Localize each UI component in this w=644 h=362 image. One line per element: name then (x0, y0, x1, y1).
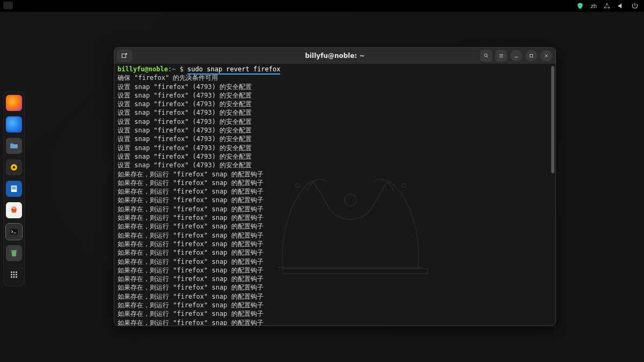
svg-point-4 (13, 166, 16, 169)
svg-point-13 (11, 274, 12, 276)
network-icon[interactable] (603, 2, 611, 10)
svg-point-14 (13, 274, 15, 276)
input-language-indicator[interactable]: zh (590, 3, 597, 9)
terminal-line: 设置 snap "firefox" (4793) 的安全配置 (118, 108, 552, 117)
terminal-line: 如果存在，则运行 "firefox" snap 的配置钩子 (118, 231, 552, 240)
shield-icon[interactable] (576, 2, 584, 10)
dock-rhythmbox[interactable] (6, 159, 22, 175)
dock-software-center[interactable] (6, 202, 22, 218)
terminal-line: 如果存在，则运行 "firefox" snap 的配置钩子 (118, 275, 552, 283)
dock-trash[interactable] (6, 245, 22, 261)
terminal-line: 如果存在，则运行 "firefox" snap 的配置钩子 (118, 213, 552, 222)
terminal-line: 确保 "firefox" 的先决条件可用 (118, 73, 552, 82)
terminal-line: 如果存在，则运行 "firefox" snap 的配置钩子 (118, 196, 552, 204)
terminal-line: 如果存在，则运行 "firefox" snap 的配置钩子 (118, 170, 552, 179)
terminal-line: 如果存在，则运行 "firefox" snap 的配置钩子 (118, 222, 552, 231)
terminal-line: 设置 snap "firefox" (4793) 的安全配置 (118, 100, 552, 108)
volume-icon[interactable] (617, 2, 625, 10)
terminal-line: 设置 snap "firefox" (4793) 的安全配置 (118, 83, 552, 91)
terminal-line: 如果存在，则运行 "firefox" snap 的配置钩子 (118, 283, 552, 292)
svg-point-15 (16, 274, 17, 276)
top-panel: zh (0, 0, 644, 12)
svg-rect-6 (12, 187, 16, 188)
terminal-line: 设置 snap "firefox" (4793) 的安全配置 (118, 117, 552, 126)
prompt-userhost: billyfu@noble (118, 65, 168, 73)
svg-point-20 (485, 54, 487, 57)
terminal-line: 设置 snap "firefox" (4793) 的安全配置 (118, 161, 552, 169)
terminal-line: 如果存在，则运行 "firefox" snap 的配置钩子 (118, 240, 552, 248)
search-button[interactable] (480, 50, 492, 62)
svg-rect-21 (530, 55, 533, 57)
dock-show-apps[interactable] (6, 267, 22, 283)
terminal-line: 设置 snap "firefox" (4793) 的安全配置 (118, 126, 552, 135)
svg-point-12 (16, 271, 17, 273)
terminal-line: 如果存在，则运行 "firefox" snap 的配置钩子 (118, 292, 552, 301)
power-icon[interactable] (631, 2, 639, 10)
close-button[interactable] (540, 50, 552, 62)
minimize-button[interactable] (510, 50, 522, 62)
terminal-line: 如果存在，则运行 "firefox" snap 的配置钩子 (118, 205, 552, 213)
terminal-line: 如果存在，则运行 "firefox" snap 的配置钩子 (118, 257, 552, 266)
svg-rect-7 (12, 188, 16, 189)
terminal-line: 如果存在，则运行 "firefox" snap 的配置钩子 (118, 301, 552, 309)
new-tab-button[interactable] (118, 50, 131, 62)
svg-point-18 (16, 276, 17, 278)
prompt-path: ~ (172, 65, 175, 73)
terminal-line: 设置 snap "firefox" (4793) 的安全配置 (118, 91, 552, 100)
terminal-line: 如果存在，则运行 "firefox" snap 的配置钩子 (118, 187, 552, 196)
terminal-line: 如果存在，则运行 "firefox" snap 的配置钩子 (118, 266, 552, 275)
terminal-scrollbar[interactable] (551, 66, 554, 173)
svg-rect-8 (10, 229, 18, 235)
terminal-line: 设置 snap "firefox" (4793) 的安全配置 (118, 152, 552, 161)
svg-point-17 (13, 276, 15, 278)
terminal-prompt-line: billyfu@noble:~ $ sudo snap revert firef… (118, 65, 552, 73)
svg-point-10 (11, 271, 12, 273)
dock (3, 91, 25, 286)
prompt-dollar: $ (180, 65, 184, 73)
terminal-titlebar[interactable]: billyfu@noble: ~ (114, 48, 555, 64)
terminal-output[interactable]: billyfu@noble:~ $ sudo snap revert firef… (114, 64, 555, 326)
maximize-button[interactable] (525, 50, 537, 62)
activities-corner[interactable] (3, 2, 13, 9)
terminal-line: 设置 snap "firefox" (4793) 的安全配置 (118, 144, 552, 152)
menu-button[interactable] (495, 50, 507, 62)
dock-files[interactable] (6, 138, 22, 154)
terminal-body[interactable]: billyfu@noble:~ $ sudo snap revert firef… (114, 64, 555, 326)
dock-firefox[interactable] (6, 95, 22, 111)
dock-thunderbird[interactable] (6, 116, 22, 132)
svg-rect-19 (122, 54, 126, 58)
terminal-line: 如果存在，则运行 "firefox" snap 的配置钩子 (118, 319, 552, 326)
terminal-line: 如果存在，则运行 "firefox" snap 的配置钩子 (118, 309, 552, 318)
terminal-line: 如果存在，则运行 "firefox" snap 的配置钩子 (118, 179, 552, 187)
terminal-window: billyfu@noble: ~ (114, 47, 556, 326)
svg-rect-9 (11, 250, 17, 252)
dock-libreoffice-writer[interactable] (6, 181, 22, 197)
svg-point-11 (13, 271, 15, 273)
terminal-line: 设置 snap "firefox" (4793) 的安全配置 (118, 135, 552, 143)
svg-point-16 (11, 276, 12, 278)
terminal-line: 如果存在，则运行 "firefox" snap 的配置钩子 (118, 248, 552, 257)
dock-terminal[interactable] (6, 224, 22, 240)
